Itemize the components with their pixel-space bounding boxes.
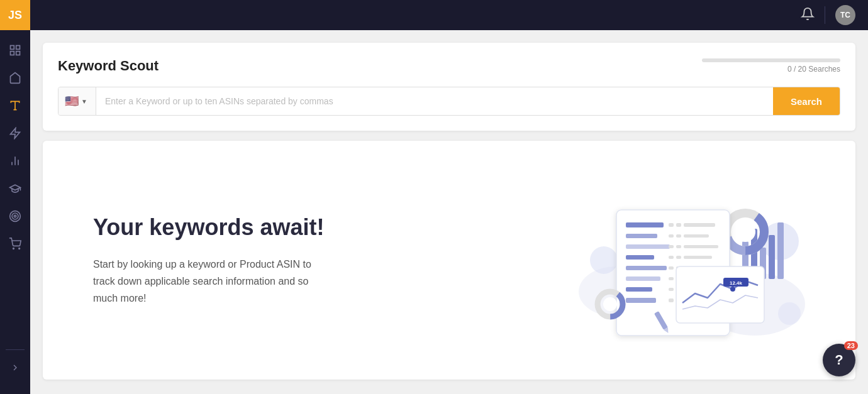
svg-rect-31 [669,223,674,227]
svg-rect-37 [684,234,709,238]
svg-rect-30 [626,222,664,227]
sidebar-item-academy[interactable] [0,175,30,202]
svg-rect-40 [676,245,681,248]
svg-rect-35 [669,234,674,238]
svg-point-11 [12,213,18,219]
svg-rect-42 [626,255,654,260]
help-button[interactable]: 23 ? [823,344,855,376]
svg-rect-54 [626,287,652,292]
hero-text: Your keywords await! Start by looking up… [93,214,332,307]
svg-rect-0 [11,46,14,50]
svg-rect-44 [676,256,681,259]
sidebar-expand-button[interactable] [0,354,30,381]
sidebar: JS [0,0,30,394]
flag-icon: 🇺🇸 [65,94,79,108]
topbar: TC [30,0,868,30]
page-title: Keyword Scout [58,58,159,74]
svg-rect-33 [684,223,715,227]
user-avatar[interactable]: TC [835,5,855,25]
sidebar-item-dashboard[interactable] [0,36,30,64]
search-button[interactable]: Search [773,87,840,115]
svg-rect-1 [16,46,20,50]
svg-rect-47 [669,266,674,270]
svg-point-70 [603,297,617,311]
usage-text: 0 / 20 Searches [787,65,840,74]
search-row: 🇺🇸 ▼ Search [58,87,840,116]
svg-rect-24 [777,222,784,279]
hero-subtitle: Start by looking up a keyword or Product… [93,256,332,307]
svg-rect-46 [626,266,667,270]
help-badge: 23 [844,341,858,350]
svg-rect-32 [676,223,681,227]
svg-point-28 [735,222,755,242]
hero-title: Your keywords await! [93,214,332,241]
topbar-divider [825,6,825,24]
hero-illustration: 12.4k [566,178,805,342]
keyword-scout-header: Keyword Scout 0 / 20 Searches [58,58,840,74]
main-area: TC Keyword Scout 0 / 20 Searches 🇺🇸 ▼ [30,0,868,394]
country-selector[interactable]: 🇺🇸 ▼ [58,87,96,115]
sidebar-item-orders[interactable] [0,230,30,258]
svg-rect-34 [626,234,657,238]
svg-rect-23 [769,235,775,279]
svg-rect-3 [16,52,20,55]
sidebar-divider [6,349,25,350]
svg-point-14 [19,248,20,249]
sidebar-item-products[interactable] [0,64,30,92]
keyword-input[interactable] [96,87,773,115]
svg-point-18 [590,246,618,274]
hero-card: Your keywords await! Start by looking up… [43,141,855,380]
svg-rect-50 [626,276,660,281]
svg-rect-58 [626,298,656,303]
sidebar-item-analytics[interactable] [0,147,30,175]
sidebar-item-ads[interactable] [0,119,30,147]
svg-point-13 [13,248,14,249]
svg-point-12 [14,215,16,217]
svg-rect-45 [684,256,712,259]
svg-rect-59 [669,298,674,302]
svg-rect-51 [669,277,674,280]
svg-rect-43 [669,256,674,259]
sidebar-item-keywords[interactable] [0,92,30,119]
svg-rect-39 [669,245,674,248]
content-area: Keyword Scout 0 / 20 Searches 🇺🇸 ▼ Searc… [30,30,868,394]
notification-bell[interactable] [801,7,815,24]
svg-rect-36 [676,234,681,238]
keyword-scout-card: Keyword Scout 0 / 20 Searches 🇺🇸 ▼ Searc… [43,43,855,131]
usage-progress-bar [702,58,840,62]
chevron-down-icon: ▼ [81,98,87,105]
usage-indicator: 0 / 20 Searches [702,58,840,74]
svg-rect-62 [676,266,764,323]
svg-text:12.4k: 12.4k [730,280,743,286]
svg-rect-41 [684,245,718,248]
svg-rect-2 [11,52,14,55]
sidebar-item-targeting[interactable] [0,202,30,230]
svg-point-19 [778,302,801,325]
svg-marker-6 [11,128,20,139]
app-logo[interactable]: JS [0,0,30,30]
svg-rect-38 [626,244,670,249]
sidebar-bottom [0,346,30,381]
svg-rect-55 [669,288,674,291]
svg-point-63 [730,287,735,292]
help-icon: ? [835,352,843,368]
